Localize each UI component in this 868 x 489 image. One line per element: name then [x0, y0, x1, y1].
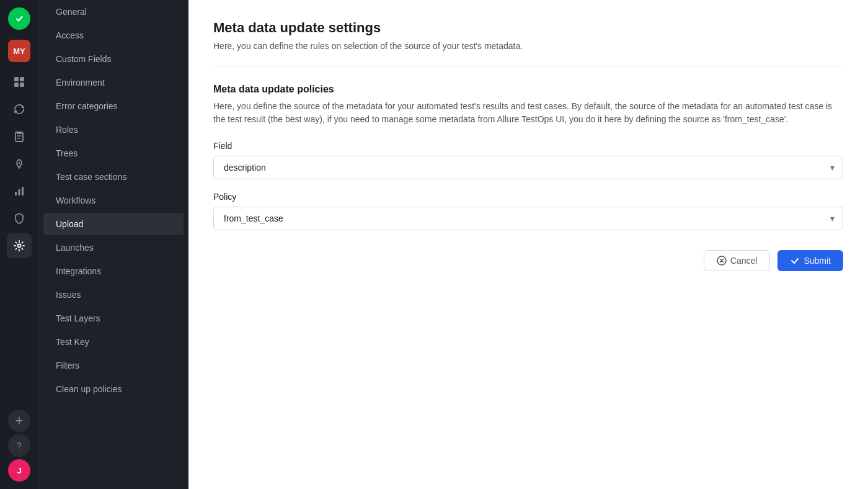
sidebar-item-trees[interactable]: Trees	[43, 142, 184, 164]
section-description: Here, you define the source of the metad…	[213, 100, 843, 126]
my-workspace-avatar[interactable]: MY	[8, 40, 30, 62]
policy-group: Policy from_test_case from_test_result ▾	[213, 192, 843, 230]
rocket-icon[interactable]	[7, 151, 32, 176]
section-title: Meta data update policies	[213, 84, 843, 95]
sidebar-item-test-key[interactable]: Test Key	[43, 331, 184, 353]
sidebar-item-filters[interactable]: Filters	[43, 354, 184, 377]
main-content: Meta data update settings Here, you can …	[188, 0, 868, 489]
icon-rail: MY + ? J	[0, 0, 38, 489]
sidebar: General Access Custom Fields Environment…	[38, 0, 188, 489]
submit-check-icon	[790, 256, 800, 266]
help-icon[interactable]: ?	[8, 434, 30, 457]
user-avatar[interactable]: J	[8, 459, 30, 482]
sidebar-item-error-categories[interactable]: Error categories	[43, 95, 184, 117]
policy-label: Policy	[213, 192, 843, 202]
svg-rect-4	[20, 83, 24, 87]
sidebar-item-upload[interactable]: Upload	[43, 213, 184, 235]
sidebar-item-integrations[interactable]: Integrations	[43, 260, 184, 282]
page-title: Meta data update settings	[213, 20, 843, 36]
sidebar-item-custom-fields[interactable]: Custom Fields	[43, 48, 184, 70]
svg-rect-3	[14, 83, 19, 87]
chart-icon[interactable]	[7, 179, 32, 204]
form-actions: Cancel Submit	[213, 250, 843, 271]
sidebar-item-roles[interactable]: Roles	[43, 119, 184, 141]
svg-point-10	[18, 244, 21, 248]
svg-rect-7	[15, 192, 17, 195]
sidebar-item-clean-up-policies[interactable]: Clean up policies	[43, 378, 184, 400]
page-subtitle: Here, you can define the rules on select…	[213, 41, 843, 51]
add-icon[interactable]: +	[8, 410, 30, 432]
sidebar-item-general[interactable]: General	[43, 1, 184, 23]
sidebar-item-launches[interactable]: Launches	[43, 236, 184, 259]
shield-icon[interactable]	[7, 206, 32, 231]
field-label: Field	[213, 141, 843, 151]
field-select-wrapper: description summary steps precondition ▾	[213, 156, 843, 179]
sidebar-item-issues[interactable]: Issues	[43, 284, 184, 306]
submit-button[interactable]: Submit	[777, 250, 843, 271]
svg-rect-2	[20, 77, 24, 81]
sidebar-item-test-case-sections[interactable]: Test case sections	[43, 166, 184, 188]
sidebar-item-workflows[interactable]: Workflows	[43, 189, 184, 212]
refresh-icon[interactable]	[7, 97, 32, 122]
settings-icon[interactable]	[7, 233, 32, 258]
svg-rect-8	[19, 189, 20, 195]
sidebar-item-environment[interactable]: Environment	[43, 71, 184, 94]
dashboard-icon[interactable]	[7, 70, 32, 94]
svg-rect-9	[22, 187, 24, 195]
field-group: Field description summary steps precondi…	[213, 141, 843, 179]
divider	[213, 66, 843, 66]
svg-point-6	[19, 163, 20, 164]
sidebar-item-test-layers[interactable]: Test Layers	[43, 307, 184, 330]
cancel-icon	[717, 256, 727, 266]
cancel-button[interactable]: Cancel	[704, 250, 771, 271]
policy-select[interactable]: from_test_case from_test_result	[213, 207, 843, 230]
clipboard-icon[interactable]	[7, 124, 32, 149]
sidebar-item-access[interactable]: Access	[43, 24, 184, 47]
svg-rect-1	[14, 77, 19, 81]
policy-select-wrapper: from_test_case from_test_result ▾	[213, 207, 843, 230]
brand-logo[interactable]	[8, 7, 30, 30]
field-select[interactable]: description summary steps precondition	[213, 156, 843, 179]
svg-point-0	[13, 12, 25, 25]
